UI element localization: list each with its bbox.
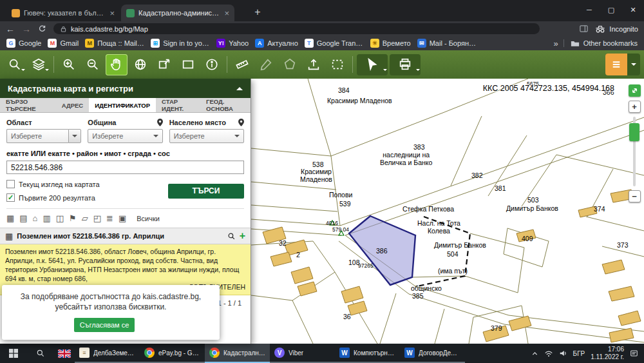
bookmark-item[interactable]: ААктуално xyxy=(255,39,298,48)
panel-tab[interactable]: ГЕОД. ОСНОВА xyxy=(200,98,251,112)
side-panel-icon[interactable] xyxy=(579,24,589,34)
search-button[interactable]: ТЪРСИ xyxy=(168,184,244,199)
tab-close-icon[interactable]: × xyxy=(224,8,229,18)
zoom-extent-tool-button[interactable] xyxy=(153,54,175,75)
filter-table-icon[interactable]: ▤ xyxy=(19,214,27,222)
taskbar-app[interactable]: VViber xyxy=(270,344,335,363)
browser-tab[interactable]: Гювеч: указател в български...× xyxy=(6,5,120,21)
first-200-checkbox[interactable]: ✓ Първите 200 резултата xyxy=(6,193,168,202)
bookmark-item[interactable]: GGoogle xyxy=(6,39,41,48)
clock[interactable]: 17:06 1.11.2022 г. xyxy=(591,346,624,362)
filter-pin-icon[interactable]: ⚑ xyxy=(69,214,77,222)
zoom-to-result-icon[interactable] xyxy=(227,232,236,240)
map-canvas[interactable]: 384Красимир Младенов538Красимир Младенов… xyxy=(251,79,644,344)
select-region-tool-button[interactable] xyxy=(327,54,348,75)
filter-house-icon[interactable]: ⌂ xyxy=(33,214,38,222)
tray-chevron-icon[interactable] xyxy=(531,350,538,357)
add-result-icon[interactable]: + xyxy=(240,230,245,242)
input-language-flag[interactable] xyxy=(54,344,75,363)
bookmark-item[interactable]: MGmail xyxy=(48,39,79,48)
bookmark-item[interactable]: Y!Yahoo xyxy=(216,39,249,48)
map-label: 385 xyxy=(412,292,424,300)
taskbar-app[interactable]: WКомпютърниМр... xyxy=(335,344,400,363)
tab-close-icon[interactable]: × xyxy=(109,8,115,18)
bookmark-item[interactable]: ⊞Sign in to your Micr... xyxy=(151,39,210,48)
rectangle-tool-button[interactable] xyxy=(177,54,199,75)
obshtina-select[interactable]: Изберете xyxy=(88,129,162,143)
previous-extent-tool-button[interactable] xyxy=(129,54,151,75)
filter-square-icon[interactable]: ▣ xyxy=(118,214,126,222)
zoom-slider[interactable] xyxy=(633,117,636,186)
filter-building-icon[interactable]: ▥ xyxy=(43,214,50,222)
back-button[interactable]: ← xyxy=(6,25,15,34)
filter-polygon-icon[interactable]: ▱ xyxy=(82,214,88,222)
bookmark-item[interactable]: ТGoogle Translate xyxy=(305,39,364,48)
checkbox-checked[interactable]: ✓ xyxy=(6,193,15,202)
panel-header[interactable]: Кадастрална карта и регистри xyxy=(0,79,251,98)
measure-area-tool-button[interactable] xyxy=(279,54,301,75)
filter-region-icon[interactable]: ◰ xyxy=(93,214,101,222)
identifier-input[interactable] xyxy=(6,161,244,174)
browser-tab[interactable]: Кадастрално-административна...× xyxy=(121,5,234,21)
measure-length-tool-button[interactable] xyxy=(231,54,253,75)
print-tool-button[interactable] xyxy=(390,54,421,75)
zoom-out-button[interactable]: − xyxy=(629,190,641,202)
info-tool-button[interactable] xyxy=(201,54,223,75)
maximize-button[interactable]: ▢ xyxy=(600,0,622,19)
filter-columns-icon[interactable]: ◫ xyxy=(56,214,64,222)
polygon-icon xyxy=(283,57,297,72)
zoom-slider-handle[interactable] xyxy=(629,123,639,141)
search-tool-button[interactable] xyxy=(4,54,26,75)
minimize-button[interactable]: ─ xyxy=(578,0,600,19)
fullscreen-button[interactable] xyxy=(629,84,641,97)
new-tab-button[interactable]: + xyxy=(251,6,264,19)
wifi-icon[interactable] xyxy=(544,349,553,357)
filter-grid-icon[interactable]: ▦ xyxy=(6,214,14,222)
menu-dropdown-icon[interactable] xyxy=(627,54,640,75)
collapse-panel-icon[interactable] xyxy=(236,84,243,90)
keyboard-language[interactable]: БГР xyxy=(573,350,585,357)
layers-tool-button[interactable] xyxy=(28,54,50,75)
result-header-row[interactable]: ▦ Поземлен имот 52218.546.386 гр. Априлц… xyxy=(0,228,251,244)
naseleno-select[interactable]: Изберете xyxy=(169,129,244,143)
bookmark-item[interactable]: MПоща :: Mail.BG - 6... xyxy=(85,39,144,48)
address-bar[interactable]: kais.cadastre.bg/bg/Map xyxy=(53,23,540,34)
zoom-in-tool-button[interactable] xyxy=(58,54,80,75)
checkbox-unchecked[interactable] xyxy=(6,180,15,188)
bookmarks-overflow-icon[interactable]: » xyxy=(548,39,563,48)
import-tool-button[interactable] xyxy=(303,54,325,75)
taskbar-app[interactable]: Кадастрално-ад... xyxy=(205,344,270,363)
other-bookmarks-button[interactable]: Other bookmarks xyxy=(564,39,638,47)
pan-tool-button[interactable] xyxy=(106,54,128,75)
reload-button[interactable] xyxy=(38,24,46,34)
bookmark-item[interactable]: ☀Времето xyxy=(370,39,411,48)
zoom-in-button[interactable]: + xyxy=(629,101,641,113)
taskbar-app[interactable]: WДоговорДелбаСт... xyxy=(400,344,465,363)
panel-tab[interactable]: АДРЕС xyxy=(56,98,90,112)
panel-tab[interactable]: СТАР ИДЕНТ. xyxy=(156,98,200,112)
zoom-out-tool-button[interactable] xyxy=(82,54,104,75)
panel-tab[interactable]: ИДЕНТИФИКАТОР xyxy=(89,98,156,112)
speaker-icon[interactable] xyxy=(559,349,567,357)
notification-center-icon[interactable] xyxy=(630,349,638,357)
map-label: наследници на Величка и Банко xyxy=(380,151,432,166)
filter-list-icon[interactable]: ≣ xyxy=(106,214,113,222)
oblast-select-arrow[interactable] xyxy=(68,129,81,143)
forward-button[interactable]: → xyxy=(22,25,31,34)
oblast-select[interactable]: Изберете xyxy=(6,129,68,143)
draw-tool-button[interactable] xyxy=(255,54,277,75)
taskbar-search-button[interactable] xyxy=(27,344,54,363)
cookie-accept-button[interactable]: Съгласявам се xyxy=(74,318,135,332)
start-button[interactable] xyxy=(0,344,27,363)
identifier-form: Област Изберете Община Изберете Населено… xyxy=(0,113,251,222)
current-view-checkbox[interactable]: Текущ изглед на картата xyxy=(6,180,168,188)
panel-tab[interactable]: БЪРЗО ТЪРСЕНЕ xyxy=(0,98,56,112)
close-button[interactable]: ✕ xyxy=(622,0,644,19)
menu-tool-button[interactable] xyxy=(605,54,640,75)
bookmark-item[interactable]: ✉Mail - Боряна Дел... xyxy=(417,39,477,48)
browser-navbar: ← → kais.cadastre.bg/bg/Map Incognito xyxy=(0,21,644,36)
filters-all-label[interactable]: Всички xyxy=(137,215,160,222)
identify-tool-button[interactable] xyxy=(357,54,388,75)
taskbar-app[interactable]: ≡ДелбаЗемеделск... xyxy=(75,344,140,363)
taskbar-app[interactable]: ePay.bg - Google... xyxy=(140,344,205,363)
